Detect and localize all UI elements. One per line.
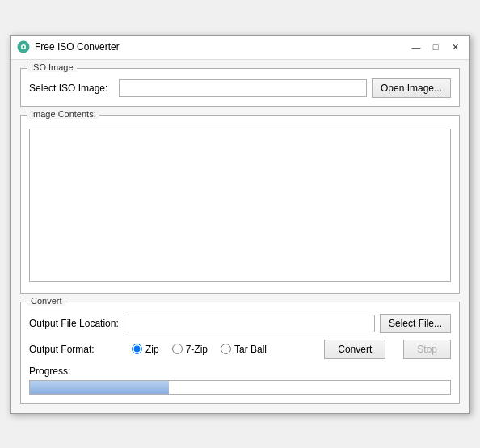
- format-zip-radio[interactable]: [132, 344, 142, 354]
- output-location-label: Output File Location:: [29, 318, 119, 329]
- image-contents-textarea[interactable]: [29, 129, 451, 282]
- app-icon: [17, 40, 30, 53]
- output-format-label: Output Format:: [29, 344, 114, 355]
- iso-image-input[interactable]: [119, 79, 367, 97]
- image-contents-title: Image Contents:: [27, 109, 99, 119]
- convert-group-title: Convert: [27, 296, 65, 306]
- main-window: Free ISO Converter — □ ✕ ISO Image Selec…: [10, 35, 470, 414]
- progress-bar-container: [29, 380, 451, 395]
- format-7zip-radio[interactable]: [172, 344, 183, 354]
- maximize-button[interactable]: □: [427, 40, 444, 54]
- window-content: ISO Image Select ISO Image: Open Image..…: [11, 60, 469, 413]
- format-7zip-label[interactable]: 7-Zip: [172, 344, 208, 355]
- format-tarball-label[interactable]: Tar Ball: [221, 344, 267, 355]
- progress-section: Progress:: [29, 366, 451, 395]
- select-iso-label: Select ISO Image:: [29, 82, 114, 94]
- iso-image-group: ISO Image Select ISO Image: Open Image..…: [20, 68, 460, 107]
- window-controls: — □ ✕: [408, 40, 463, 54]
- title-bar: Free ISO Converter — □ ✕: [11, 36, 469, 60]
- format-7zip-text: 7-Zip: [186, 344, 208, 355]
- open-image-button[interactable]: Open Image...: [372, 78, 451, 98]
- format-zip-text: Zip: [145, 344, 159, 355]
- select-iso-row: Select ISO Image: Open Image...: [29, 78, 451, 98]
- progress-bar-fill: [30, 381, 169, 394]
- format-tarball-radio[interactable]: [221, 344, 231, 354]
- stop-button[interactable]: Stop: [403, 340, 451, 359]
- svg-point-3: [23, 46, 25, 49]
- close-button[interactable]: ✕: [447, 40, 463, 54]
- progress-label: Progress:: [29, 366, 451, 377]
- convert-group: Convert Output File Location: Select Fil…: [20, 302, 460, 404]
- iso-image-group-title: ISO Image: [27, 62, 77, 72]
- minimize-button[interactable]: —: [408, 40, 424, 54]
- convert-button[interactable]: Convert: [324, 340, 385, 359]
- select-file-button[interactable]: Select File...: [380, 314, 451, 333]
- format-zip-label[interactable]: Zip: [132, 344, 159, 355]
- window-title: Free ISO Converter: [35, 41, 408, 53]
- format-tarball-text: Tar Ball: [234, 344, 267, 355]
- image-contents-group: Image Contents:: [20, 115, 460, 294]
- output-location-row: Output File Location: Select File...: [29, 314, 451, 333]
- output-format-row: Output Format: Zip 7-Zip Tar Ball Conver…: [29, 340, 451, 359]
- output-location-input[interactable]: [124, 315, 375, 332]
